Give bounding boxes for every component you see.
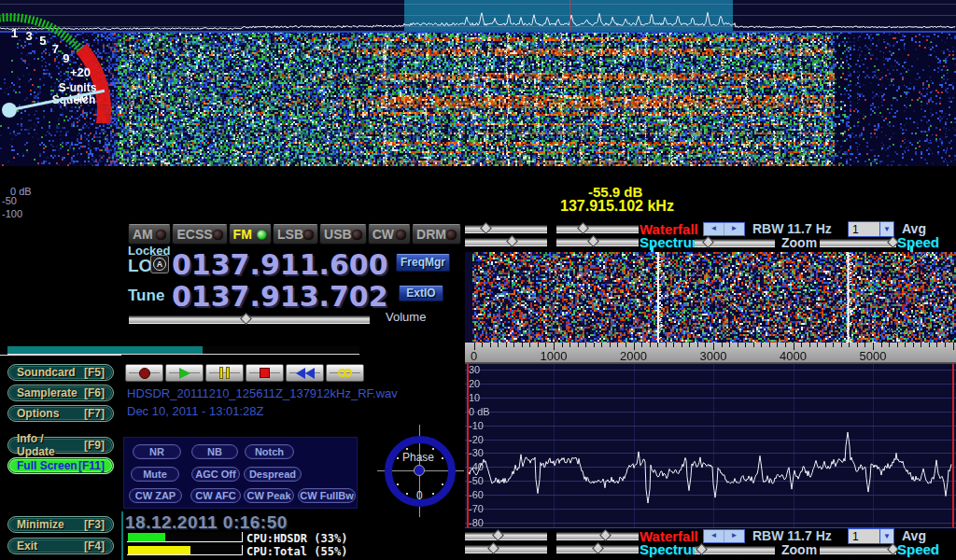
- button-fkey: [F11]: [78, 459, 105, 472]
- mode-lsb-button[interactable]: LSB: [273, 224, 318, 245]
- exit-button[interactable]: Exit [F4]: [7, 538, 114, 554]
- scroll-left-icon[interactable]: ◄: [704, 530, 724, 542]
- slider-thumb[interactable]: [696, 543, 708, 555]
- avg-count-value: 1: [849, 222, 879, 236]
- options-button[interactable]: Options [F7]: [7, 405, 114, 422]
- full-screen-button[interactable]: Full Screen [F11]: [7, 457, 114, 474]
- cw-peak-button[interactable]: CW Peak: [244, 488, 294, 503]
- waterfall-scroll-arrows[interactable]: ◄ ►: [703, 222, 745, 236]
- slider-thumb[interactable]: [702, 236, 714, 248]
- slider-thumb[interactable]: [488, 542, 500, 554]
- slider-thumb[interactable]: [492, 529, 504, 541]
- nr-button[interactable]: NR: [133, 444, 181, 459]
- lo-frequency-display[interactable]: 0137.911.600: [172, 248, 388, 281]
- mode-fm-button[interactable]: FM: [229, 224, 272, 245]
- scroll-right-icon[interactable]: ►: [724, 530, 744, 542]
- agc-off-button[interactable]: AGC Off: [191, 467, 240, 482]
- cw-fullbw-button[interactable]: CW FullBw: [298, 488, 356, 503]
- waterfall-contrast-slider[interactable]: [556, 532, 639, 540]
- mode-label: DRM: [416, 227, 446, 242]
- slider-thumb[interactable]: [593, 542, 605, 554]
- record-button[interactable]: [125, 364, 163, 382]
- mute-button[interactable]: Mute: [131, 467, 179, 482]
- mode-led-icon: [396, 230, 406, 240]
- mode-cw-button[interactable]: CW: [368, 224, 411, 245]
- volume-slider[interactable]: [129, 315, 370, 324]
- slider-thumb[interactable]: [577, 222, 589, 234]
- cpu-total-label: CPU:Total (55%): [246, 545, 347, 558]
- soundcard-button[interactable]: Soundcard [F5]: [7, 364, 114, 381]
- zoom-slider[interactable]: [695, 546, 775, 554]
- lo-a-badge[interactable]: A: [150, 255, 169, 273]
- tune-frequency-display[interactable]: 0137.913.702: [172, 280, 388, 313]
- minimize-button[interactable]: Minimize [F3]: [7, 516, 114, 533]
- play-button[interactable]: [165, 364, 204, 382]
- button-fkey: [F5]: [84, 366, 105, 379]
- rbw-label: RBW 11.7 Hz: [752, 528, 832, 543]
- despread-button[interactable]: Despread: [244, 467, 302, 482]
- mode-drm-button[interactable]: DRM: [412, 224, 461, 245]
- scroll-right-icon[interactable]: ►: [724, 223, 744, 235]
- freqmgr-button[interactable]: FreqMgr: [396, 254, 450, 272]
- mode-label: AM: [133, 227, 153, 242]
- squelch-bar[interactable]: [7, 346, 359, 355]
- mode-am-button[interactable]: AM: [128, 224, 171, 245]
- loop-button[interactable]: [326, 364, 364, 382]
- cw-afc-button[interactable]: CW AFC: [190, 488, 241, 503]
- spectrum-db-label: -100: [2, 208, 22, 219]
- spectrum-contrast-slider[interactable]: [556, 238, 639, 246]
- mode-usb-button[interactable]: USB: [319, 224, 367, 245]
- stop-button[interactable]: [246, 364, 284, 382]
- recording-timestamp: Dec 10, 2011 - 13:01:28Z: [127, 404, 263, 418]
- waterfall-gain-slider[interactable]: [465, 225, 547, 233]
- avg-count-dropdown[interactable]: 1 ▼: [848, 221, 894, 237]
- dropdown-arrow-icon[interactable]: ▼: [879, 529, 893, 543]
- hdsdr-window: 0 dB -50 -100 -55.9 dB 137.915.102 kHz S…: [0, 0, 956, 560]
- info-update-button[interactable]: Info / Update [F9]: [7, 437, 114, 454]
- dropdown-arrow-icon[interactable]: ▼: [879, 222, 893, 236]
- slider-thumb[interactable]: [240, 313, 252, 325]
- slider-thumb[interactable]: [506, 235, 518, 247]
- slider-thumb[interactable]: [480, 222, 492, 234]
- cw-zap-button[interactable]: CW ZAP: [129, 488, 182, 503]
- samplerate-button[interactable]: Samplerate [F6]: [7, 385, 114, 401]
- button-label: Soundcard: [17, 366, 76, 379]
- button-fkey: [F4]: [84, 539, 105, 553]
- rx-audio-spectrum[interactable]: [465, 363, 956, 528]
- nb-button[interactable]: NB: [191, 444, 238, 459]
- speed-slider[interactable]: [820, 546, 896, 554]
- waterfall-gain-slider[interactable]: [465, 532, 547, 540]
- main-spectrum[interactable]: [0, 0, 956, 33]
- slider-thumb[interactable]: [587, 235, 599, 247]
- mode-led-icon: [156, 230, 166, 240]
- mode-led-icon: [352, 230, 362, 240]
- rx-frequency-scale[interactable]: [465, 343, 956, 363]
- scroll-left-icon[interactable]: ◄: [704, 223, 724, 235]
- rewind-button[interactable]: [286, 364, 324, 382]
- avg-count-value: 1: [849, 529, 879, 543]
- waterfall-scroll-arrows[interactable]: ◄ ►: [703, 529, 745, 543]
- waterfall-contrast-slider[interactable]: [556, 225, 639, 233]
- rx-waterfall[interactable]: [465, 252, 956, 343]
- mode-label: LSB: [277, 227, 303, 242]
- mode-ecss-button[interactable]: ECSS: [172, 224, 227, 245]
- divider: [0, 355, 121, 356]
- pause-button[interactable]: [205, 364, 244, 382]
- spectrum-gain-slider[interactable]: [465, 545, 547, 553]
- cpu-hdsdr-bar: [127, 532, 243, 542]
- mode-label: CW: [373, 227, 394, 242]
- spectrum-contrast-slider[interactable]: [556, 545, 639, 553]
- avg-count-dropdown[interactable]: 1 ▼: [848, 528, 894, 544]
- button-fkey: [F6]: [84, 386, 105, 399]
- button-label: Minimize: [17, 518, 64, 531]
- notch-button[interactable]: Notch: [245, 444, 294, 459]
- phase-value: 0: [416, 489, 423, 502]
- extio-button[interactable]: ExtIO: [399, 286, 443, 301]
- s-meter[interactable]: [0, 0, 121, 123]
- play-icon: [179, 368, 190, 379]
- speed-slider[interactable]: [820, 239, 896, 247]
- spectrum-gain-slider[interactable]: [465, 238, 547, 246]
- zoom-slider[interactable]: [695, 239, 775, 247]
- slider-thumb[interactable]: [600, 529, 612, 541]
- clock-display: 18.12.2011 0:16:50: [125, 512, 288, 533]
